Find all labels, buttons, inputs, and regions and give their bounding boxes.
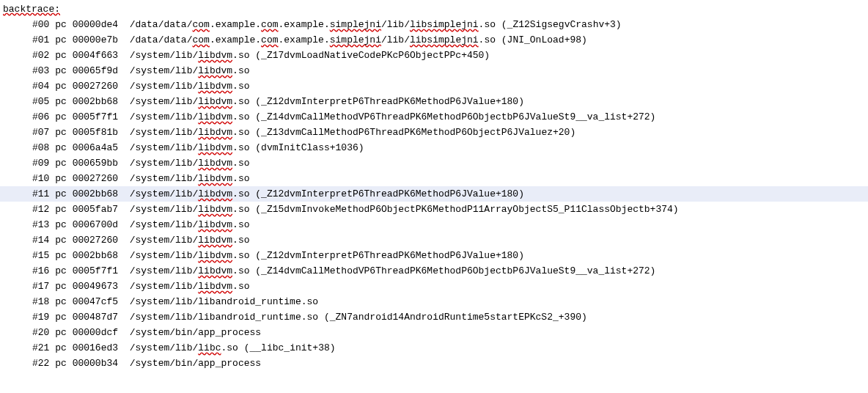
frame-index: #10 bbox=[32, 173, 49, 184]
frame-path: /system/lib/libdvm.so bbox=[130, 50, 250, 61]
frame-pc: 00049673 bbox=[73, 281, 118, 292]
frame-pc: 000487d7 bbox=[73, 312, 118, 323]
frame-pc: 0005f7f1 bbox=[73, 111, 118, 122]
backtrace-frame: #12 pc 0005fab7 /system/lib/libdvm.so (_… bbox=[0, 202, 868, 217]
frame-pc: 000659bb bbox=[73, 158, 118, 169]
frame-index: #21 bbox=[32, 342, 49, 353]
frame-path: /system/lib/libdvm.so bbox=[130, 173, 250, 184]
frame-index: #00 bbox=[32, 19, 49, 30]
frame-pc: 0005f81b bbox=[73, 127, 118, 138]
frame-pc: 00000dcf bbox=[73, 327, 118, 338]
backtrace-rows: #00 pc 00000de4 /data/data/com.example.c… bbox=[0, 17, 868, 371]
backtrace-frame: #01 pc 00000e7b /data/data/com.example.c… bbox=[0, 32, 868, 48]
frame-index: #17 bbox=[32, 281, 49, 292]
frame-pc: 0002bb68 bbox=[73, 96, 118, 107]
frame-pc: 0005f7f1 bbox=[73, 265, 118, 276]
backtrace-frame: #13 pc 0006700d /system/lib/libdvm.so bbox=[0, 217, 868, 232]
frame-pc: 0002bb68 bbox=[73, 250, 118, 261]
frame-index: #12 bbox=[32, 204, 49, 215]
backtrace-frame: #15 pc 0002bb68 /system/lib/libdvm.so (_… bbox=[0, 248, 868, 263]
frame-symbol: (_Z12dvmInterpretP6ThreadPK6MethodP6JVal… bbox=[255, 96, 524, 107]
frame-path: /system/lib/libdvm.so bbox=[130, 111, 250, 122]
frame-path: /system/lib/libdvm.so bbox=[130, 81, 250, 92]
backtrace-frame: #10 pc 00027260 /system/lib/libdvm.so bbox=[0, 171, 868, 186]
frame-path: /system/lib/libdvm.so bbox=[130, 235, 250, 246]
frame-pc: 0006a4a5 bbox=[73, 142, 118, 153]
frame-pc: 0004f663 bbox=[73, 50, 118, 61]
frame-symbol: (__libc_init+38) bbox=[244, 342, 336, 353]
backtrace-frame: #06 pc 0005f7f1 /system/lib/libdvm.so (_… bbox=[0, 109, 868, 125]
frame-path: /data/data/com.example.com.example.simpl… bbox=[130, 34, 496, 45]
backtrace-header: backtrace: bbox=[0, 1, 868, 17]
frame-pc: 00027260 bbox=[73, 81, 118, 92]
backtrace-frame: #16 pc 0005f7f1 /system/lib/libdvm.so (_… bbox=[0, 263, 868, 279]
frame-pc: 00000de4 bbox=[73, 19, 118, 30]
backtrace-frame: #22 pc 00000b34 /system/bin/app_process bbox=[0, 356, 868, 371]
backtrace-frame: #08 pc 0006a4a5 /system/lib/libdvm.so (d… bbox=[0, 140, 868, 155]
frame-path: /system/lib/libdvm.so bbox=[130, 250, 250, 261]
frame-index: #02 bbox=[32, 50, 49, 61]
frame-pc: 00000e7b bbox=[73, 34, 118, 45]
frame-symbol: (_Z12dvmInterpretP6ThreadPK6MethodP6JVal… bbox=[255, 188, 524, 199]
frame-index: #05 bbox=[32, 96, 49, 107]
frame-index: #14 bbox=[32, 235, 49, 246]
frame-path: /system/lib/libdvm.so bbox=[130, 265, 250, 276]
backtrace-frame: #11 pc 0002bb68 /system/lib/libdvm.so (_… bbox=[0, 186, 868, 202]
frame-path: /system/lib/libdvm.so bbox=[130, 204, 250, 215]
backtrace-frame: #03 pc 00065f9d /system/lib/libdvm.so bbox=[0, 63, 868, 78]
frame-symbol: (_Z12dvmInterpretP6ThreadPK6MethodP6JVal… bbox=[255, 250, 524, 261]
frame-pc: 00047cf5 bbox=[73, 296, 118, 307]
frame-path: /system/lib/libandroid_runtime.so bbox=[130, 296, 318, 307]
frame-path: /system/lib/libdvm.so bbox=[130, 127, 250, 138]
backtrace-frame: #05 pc 0002bb68 /system/lib/libdvm.so (_… bbox=[0, 94, 868, 109]
frame-index: #07 bbox=[32, 127, 49, 138]
frame-path: /system/lib/libdvm.so bbox=[130, 96, 250, 107]
frame-symbol: (_Z13dvmCallMethodP6ThreadPK6MethodP6Obj… bbox=[255, 127, 575, 138]
frame-index: #03 bbox=[32, 65, 49, 76]
frame-path: /system/lib/libandroid_runtime.so bbox=[130, 312, 318, 323]
backtrace-frame: #21 pc 00016ed3 /system/lib/libc.so (__l… bbox=[0, 340, 868, 356]
frame-symbol: (dvmInitClass+1036) bbox=[255, 142, 364, 153]
frame-index: #16 bbox=[32, 265, 49, 276]
frame-index: #11 bbox=[32, 188, 49, 199]
frame-pc: 00027260 bbox=[73, 235, 118, 246]
backtrace-frame: #07 pc 0005f81b /system/lib/libdvm.so (_… bbox=[0, 125, 868, 140]
frame-pc: 00000b34 bbox=[73, 358, 118, 369]
backtrace-frame: #17 pc 00049673 /system/lib/libdvm.so bbox=[0, 279, 868, 294]
frame-symbol: (_Z14dvmCallMethodVP6ThreadPK6MethodP6Ob… bbox=[255, 265, 655, 276]
frame-symbol: (_Z12SigsegvCrashv+3) bbox=[501, 19, 622, 30]
frame-path: /system/lib/libdvm.so bbox=[130, 219, 250, 230]
frame-index: #13 bbox=[32, 219, 49, 230]
backtrace-frame: #18 pc 00047cf5 /system/lib/libandroid_r… bbox=[0, 294, 868, 309]
frame-index: #08 bbox=[32, 142, 49, 153]
frame-path: /system/lib/libc.so bbox=[130, 342, 238, 353]
backtrace-frame: #04 pc 00027260 /system/lib/libdvm.so bbox=[0, 78, 868, 94]
frame-index: #06 bbox=[32, 111, 49, 122]
frame-index: #09 bbox=[32, 158, 49, 169]
frame-pc: 00027260 bbox=[73, 173, 118, 184]
frame-path: /system/lib/libdvm.so bbox=[130, 188, 250, 199]
frame-pc: 0005fab7 bbox=[73, 204, 118, 215]
frame-symbol: (_ZN7android14AndroidRuntime5startEPKcS2… bbox=[324, 312, 587, 323]
frame-path: /system/bin/app_process bbox=[130, 327, 261, 338]
backtrace-frame: #19 pc 000487d7 /system/lib/libandroid_r… bbox=[0, 309, 868, 325]
frame-index: #15 bbox=[32, 250, 49, 261]
frame-index: #01 bbox=[32, 34, 49, 45]
frame-symbol: (_Z15dvmInvokeMethodP6ObjectPK6MethodP11… bbox=[255, 204, 678, 215]
frame-symbol: (JNI_OnLoad+98) bbox=[501, 34, 587, 45]
backtrace-frame: #14 pc 00027260 /system/lib/libdvm.so bbox=[0, 232, 868, 248]
frame-symbol: (_Z17dvmLoadNativeCodePKcP6ObjectPPc+450… bbox=[255, 50, 490, 61]
frame-pc: 00016ed3 bbox=[73, 342, 118, 353]
frame-index: #18 bbox=[32, 296, 49, 307]
backtrace-frame: #20 pc 00000dcf /system/bin/app_process bbox=[0, 325, 868, 340]
frame-path: /system/bin/app_process bbox=[130, 358, 261, 369]
frame-pc: 0002bb68 bbox=[73, 188, 118, 199]
frame-path: /system/lib/libdvm.so bbox=[130, 281, 250, 292]
frame-index: #20 bbox=[32, 327, 49, 338]
backtrace-container: backtrace: #00 pc 00000de4 /data/data/co… bbox=[0, 0, 868, 377]
frame-index: #04 bbox=[32, 81, 49, 92]
frame-path: /system/lib/libdvm.so bbox=[130, 158, 250, 169]
frame-pc: 0006700d bbox=[73, 219, 118, 230]
frame-symbol: (_Z14dvmCallMethodVP6ThreadPK6MethodP6Ob… bbox=[255, 111, 655, 122]
frame-index: #19 bbox=[32, 312, 49, 323]
